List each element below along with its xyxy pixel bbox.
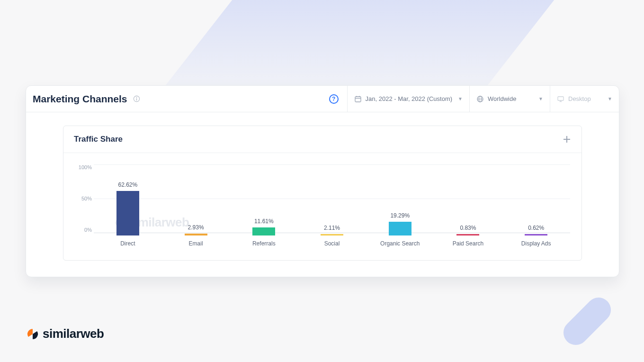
bar-category-label: Referrals bbox=[252, 240, 276, 247]
chart-column: 0.62%Display Ads bbox=[502, 164, 570, 247]
help-icon[interactable]: ? bbox=[329, 94, 339, 104]
chart-bar: 0.83% bbox=[456, 234, 479, 235]
bar-value-label: 2.93% bbox=[188, 224, 204, 231]
desktop-icon bbox=[557, 95, 564, 103]
brand-name: similarweb bbox=[43, 326, 104, 341]
y-tick-label: 50% bbox=[81, 196, 92, 201]
chart-bar: 0.62% bbox=[525, 234, 547, 235]
brand-logo: similarweb bbox=[27, 326, 104, 341]
chart-column: 2.93%Email bbox=[162, 164, 230, 247]
bar-category-label: Paid Search bbox=[453, 240, 483, 247]
date-range-filter[interactable]: Jan, 2022 - Mar, 2022 (Custom) ▼ bbox=[347, 86, 469, 112]
chart-column: 0.83%Paid Search bbox=[434, 164, 502, 247]
region-filter[interactable]: Worldwide ▼ bbox=[469, 86, 550, 112]
svg-rect-3 bbox=[355, 97, 361, 102]
chart-bar: 2.93% bbox=[185, 234, 207, 235]
page-title: Marketing Channels bbox=[33, 93, 127, 105]
chevron-down-icon: ▼ bbox=[538, 96, 543, 101]
bar-category-label: Email bbox=[189, 240, 203, 247]
y-axis-labels: 100% 50% 0% bbox=[71, 164, 92, 233]
y-tick-label: 0% bbox=[84, 227, 92, 233]
chart-column: 11.61%Referrals bbox=[230, 164, 298, 247]
traffic-share-card: Traffic Share 100% 50% 0% similarweb 62.… bbox=[63, 126, 582, 261]
calendar-icon bbox=[354, 95, 362, 103]
device-filter: Desktop ▼ bbox=[550, 86, 619, 112]
svg-point-1 bbox=[136, 97, 137, 98]
chevron-down-icon: ▼ bbox=[458, 96, 463, 101]
svg-rect-2 bbox=[136, 99, 137, 101]
y-tick-label: 100% bbox=[79, 164, 92, 170]
chart-column: 2.11%Social bbox=[298, 164, 366, 247]
traffic-share-chart: 100% 50% 0% similarweb 62.62%Direct2.93%… bbox=[63, 153, 581, 260]
bar-category-label: Direct bbox=[120, 240, 135, 247]
bar-category-label: Organic Search bbox=[380, 240, 420, 247]
device-label: Desktop bbox=[568, 95, 591, 102]
panel-header: Marketing Channels ? Jan, 2022 - Mar, 20… bbox=[26, 86, 619, 112]
bar-category-label: Social bbox=[324, 240, 340, 247]
info-icon[interactable] bbox=[133, 95, 141, 103]
bar-value-label: 0.83% bbox=[460, 225, 476, 231]
bar-category-label: Display Ads bbox=[521, 240, 551, 247]
add-button[interactable] bbox=[563, 135, 571, 144]
chart-bar: 19.29% bbox=[389, 222, 411, 235]
bar-value-label: 2.11% bbox=[324, 225, 340, 231]
chart-bar: 2.11% bbox=[321, 234, 343, 235]
bar-value-label: 0.62% bbox=[528, 225, 544, 231]
chart-column: 62.62%Direct bbox=[94, 164, 162, 247]
chart-bar: 62.62% bbox=[116, 191, 139, 235]
chevron-down-icon: ▼ bbox=[608, 96, 612, 101]
decorative-pill bbox=[558, 292, 616, 350]
card-title: Traffic Share bbox=[74, 135, 123, 144]
bar-value-label: 19.29% bbox=[390, 212, 410, 219]
brand-icon bbox=[27, 328, 39, 340]
svg-rect-10 bbox=[558, 97, 564, 100]
bar-value-label: 11.61% bbox=[254, 218, 274, 225]
region-label: Worldwide bbox=[488, 95, 516, 102]
globe-icon bbox=[476, 95, 484, 103]
date-range-label: Jan, 2022 - Mar, 2022 (Custom) bbox=[366, 95, 453, 102]
chart-bar: 11.61% bbox=[252, 227, 275, 235]
bar-value-label: 62.62% bbox=[118, 181, 138, 188]
marketing-channels-panel: Marketing Channels ? Jan, 2022 - Mar, 20… bbox=[26, 85, 619, 277]
chart-column: 19.29%Organic Search bbox=[366, 164, 434, 247]
